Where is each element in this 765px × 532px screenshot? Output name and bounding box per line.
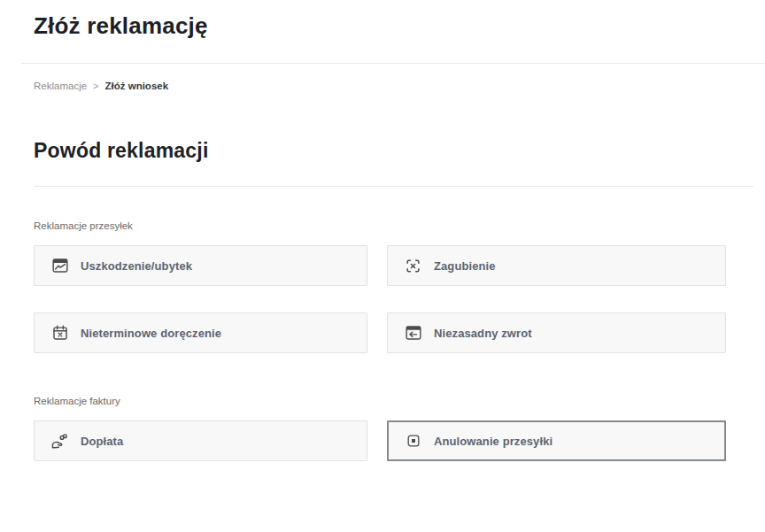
- reason-option-lost[interactable]: Zagubienie: [387, 245, 726, 286]
- reason-option-damage-loss[interactable]: Uszkodzenie/ubytek: [34, 245, 367, 286]
- complaint-form-page: Złóż reklamację Reklamacje > Złóż wniose…: [0, 12, 765, 532]
- breadcrumb-link-reklamacje[interactable]: Reklamacje: [34, 81, 87, 91]
- option-label: Nieterminowe doręczenie: [81, 327, 221, 340]
- option-label: Uszkodzenie/ubytek: [81, 259, 192, 273]
- invoice-complaint-options: Dopłata Anulowanie przesyłki: [34, 420, 765, 461]
- option-label: Zagubienie: [434, 259, 496, 273]
- return-arrow-icon: [404, 324, 422, 342]
- title-divider: [21, 63, 765, 64]
- option-label: Niezasadny zwrot: [434, 327, 532, 340]
- reason-option-surcharge[interactable]: Dopłata: [34, 420, 367, 461]
- reason-option-late-delivery[interactable]: Nieterminowe doręczenie: [34, 312, 367, 353]
- section-heading: Powód reklamacji: [34, 139, 765, 163]
- option-label: Dopłata: [81, 435, 123, 448]
- damage-chart-icon: [50, 257, 69, 274]
- reason-option-cancel-shipment[interactable]: Anulowanie przesyłki: [387, 420, 726, 461]
- breadcrumb-current-zloz-wniosek: Złóż wniosek: [105, 81, 169, 91]
- page-title: Złóż reklamację: [34, 12, 765, 40]
- group-label-invoice-complaints: Reklamacje faktury: [34, 396, 765, 406]
- option-label: Anulowanie przesyłki: [434, 435, 552, 448]
- hand-coins-icon: [50, 432, 69, 451]
- group-label-shipment-complaints: Reklamacje przesyłek: [34, 220, 765, 231]
- breadcrumb-separator-icon: >: [93, 81, 98, 91]
- cancel-stop-icon: [404, 435, 422, 447]
- shipment-complaint-options: Uszkodzenie/ubytek Zagubienie: [34, 245, 765, 353]
- section-divider: [34, 186, 753, 187]
- reason-option-unjustified-return[interactable]: Niezasadny zwrot: [387, 312, 726, 353]
- lost-parcel-icon: [404, 258, 422, 274]
- breadcrumb: Reklamacje > Złóż wniosek: [34, 81, 765, 91]
- calendar-x-icon: [50, 324, 69, 342]
